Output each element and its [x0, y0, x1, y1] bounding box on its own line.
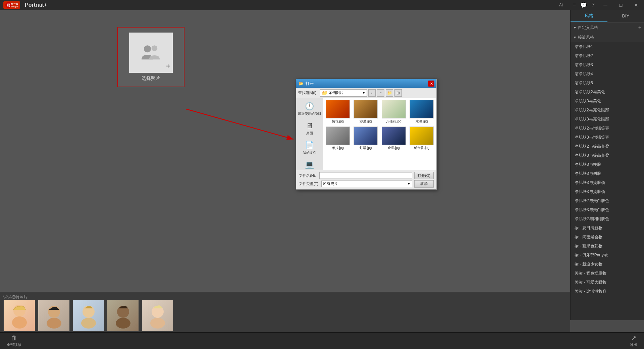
- image-item-6[interactable]: 企鹅.jpg: [381, 127, 407, 150]
- maximize-button[interactable]: □: [613, 0, 629, 10]
- hamburger-icon[interactable]: ≡: [570, 0, 579, 10]
- svg-point-9: [12, 316, 27, 329]
- style-item-21[interactable]: 妆 - 闺密聚会妆: [571, 233, 644, 242]
- view-button[interactable]: ⊞: [394, 89, 402, 97]
- portrait-arrow: ▼: [573, 36, 577, 39]
- photo-placeholder: +: [129, 33, 173, 73]
- logo-area: 易 软件园 www.pc0359.cn Portrait+: [3, 1, 47, 9]
- image-label-1: 沙漠.jpg: [360, 119, 372, 124]
- style-item-8[interactable]: 净肌肤3与亮化眼部: [571, 115, 644, 124]
- image-item-1[interactable]: 沙漠.jpg: [353, 100, 379, 124]
- sample-photos-label: 试试模特照片: [3, 294, 28, 300]
- custom-style-header[interactable]: ▼ 自定义风格 +: [571, 22, 644, 33]
- arrow-indicator: [0, 10, 570, 320]
- style-item-4[interactable]: 洁净肌肤5: [571, 79, 644, 88]
- image-item-7[interactable]: 郁金香.jpg: [409, 127, 435, 150]
- image-label-2: 八仙花.jpg: [386, 119, 401, 124]
- title-bar: 易 软件园 www.pc0359.cn Portrait+ At ≡ 💬 ? ─…: [0, 0, 644, 10]
- sample-photo-4[interactable]: [107, 300, 139, 332]
- canvas-area: + 选择照片: [0, 10, 570, 320]
- style-item-19[interactable]: 净肌肤2与阳刚肤色: [571, 214, 644, 223]
- image-item-5[interactable]: 灯塔.jpg: [353, 127, 379, 150]
- style-item-2[interactable]: 洁净肌肤3: [571, 60, 644, 69]
- select-photo-label: 选择照片: [142, 76, 160, 82]
- style-item-6[interactable]: 净肌肤3与美化: [571, 97, 644, 106]
- style-item-11[interactable]: 净肌肤2与提高鼻梁: [571, 142, 644, 151]
- style-item-13[interactable]: 净肌肤3与瘦脸: [571, 160, 644, 169]
- style-item-16[interactable]: 净肌肤3与提脸颈: [571, 187, 644, 196]
- delete-all-button[interactable]: 🗑 全部移除: [7, 335, 21, 347]
- add-style-button[interactable]: +: [638, 24, 641, 31]
- sidebar-item-3[interactable]: 💻计算机: [296, 158, 323, 170]
- chat-icon[interactable]: 💬: [579, 0, 588, 10]
- trash-icon: 🗑: [11, 335, 17, 342]
- style-item-27[interactable]: 美妆 - 冰淇淋妆容: [571, 287, 644, 296]
- export-button[interactable]: ↗ 导出: [630, 334, 637, 347]
- style-item-0[interactable]: 洁净肌肤1: [571, 42, 644, 51]
- sidebar-label-0: 最近使用的项目: [298, 111, 321, 116]
- style-item-26[interactable]: 美妆 - 可爱大眼妆: [571, 278, 644, 287]
- sample-photo-5[interactable]: [142, 300, 173, 332]
- portrait-style-label: 接诊风格: [578, 35, 594, 40]
- filetype-row: 文件类型(T): 所有照片 ▼ 取消: [299, 180, 434, 188]
- style-item-18[interactable]: 净肌肤3与美白肤色: [571, 205, 644, 214]
- image-grid: 菊花.jpg 沙漠.jpg 八仙花.jpg 水母.jpg 考拉.jpg 灯塔.j…: [325, 100, 434, 150]
- minimize-button[interactable]: ─: [598, 0, 613, 10]
- sidebar-item-0[interactable]: 🕐最近使用的项目: [296, 99, 323, 119]
- svg-text:软件园: 软件园: [11, 2, 18, 5]
- image-item-2[interactable]: 八仙花.jpg: [381, 100, 407, 124]
- image-item-0[interactable]: 菊花.jpg: [325, 100, 351, 124]
- style-item-9[interactable]: 净肌肤2与增强笑容: [571, 124, 644, 133]
- filetype-label: 文件类型(T):: [299, 181, 319, 186]
- app-name: Portrait+: [25, 2, 47, 8]
- style-item-10[interactable]: 净肌肤3与增强笑容: [571, 133, 644, 142]
- svg-point-17: [150, 318, 165, 329]
- image-thumb-7: [410, 127, 434, 145]
- filetype-value: 所有照片: [323, 181, 407, 186]
- style-item-23[interactable]: 妆 - 俱乐部Party妆: [571, 251, 644, 260]
- style-item-1[interactable]: 洁净肌肤2: [571, 51, 644, 60]
- help-icon[interactable]: ?: [588, 0, 598, 10]
- dialog-close-button[interactable]: ✕: [428, 81, 434, 87]
- image-item-4[interactable]: 考拉.jpg: [325, 127, 351, 150]
- sample-photo-2[interactable]: [38, 300, 70, 332]
- filetype-select[interactable]: 所有照片 ▼: [321, 181, 412, 187]
- sample-photo-3[interactable]: [72, 300, 104, 332]
- dialog-content: 菊花.jpg 沙漠.jpg 八仙花.jpg 水母.jpg 考拉.jpg 灯塔.j…: [323, 98, 436, 170]
- filename-input[interactable]: [319, 172, 412, 179]
- sample-photo-1[interactable]: [3, 300, 35, 332]
- style-item-7[interactable]: 净肌肤2与亮化眼部: [571, 106, 644, 115]
- style-item-5[interactable]: 洁净肌肤2与美化: [571, 88, 644, 97]
- image-item-3[interactable]: 水母.jpg: [409, 100, 435, 124]
- portrait-style-header[interactable]: ▼ 接诊风格: [571, 33, 644, 42]
- style-item-25[interactable]: 美妆 - 程色烟重妆: [571, 269, 644, 278]
- tab-diy[interactable]: DIY: [607, 10, 644, 22]
- open-button[interactable]: 打开(O): [414, 172, 434, 179]
- cancel-button[interactable]: 取消: [414, 180, 434, 188]
- footer: 🗑 全部移除 ↗ 导出: [0, 332, 644, 349]
- location-select[interactable]: 📁 示例图片 ▼: [320, 89, 367, 97]
- sidebar-icon-0: 🕐: [305, 102, 314, 111]
- style-item-24[interactable]: 妆 - 新逆少女妆: [571, 260, 644, 269]
- filename-row: 文件名(N): 打开(O): [299, 172, 434, 179]
- location-label: 查找范围(I):: [298, 90, 317, 95]
- close-button[interactable]: ✕: [629, 0, 644, 10]
- dialog-body: 🕐最近使用的项目🖥桌面📄我的文档💻计算机☁WPS云文档 菊花.jpg 沙漠.jp…: [296, 98, 436, 170]
- style-item-3[interactable]: 洁净肌肤4: [571, 69, 644, 79]
- tab-style[interactable]: 风格: [571, 10, 607, 22]
- sidebar-item-1[interactable]: 🖥桌面: [296, 119, 323, 138]
- image-label-5: 灯塔.jpg: [360, 146, 372, 150]
- new-folder-button[interactable]: 📁: [386, 89, 393, 97]
- up-button[interactable]: ↑: [377, 89, 384, 97]
- back-button[interactable]: ←: [368, 89, 376, 97]
- style-item-12[interactable]: 净肌肤3与提高鼻梁: [571, 151, 644, 160]
- sample-photos-strip: [3, 300, 173, 332]
- style-item-15[interactable]: 净肌肤3与提脸颈: [571, 178, 644, 187]
- photo-select-box[interactable]: + 选择照片: [117, 27, 184, 87]
- style-item-14[interactable]: 净肌肤3与侧脸: [571, 169, 644, 178]
- file-open-dialog: 📂 打开 ✕ 查找范围(I): 📁 示例图片 ▼ ← ↑ 📁 ⊞ 🕐最近使用的项…: [296, 79, 437, 190]
- sidebar-item-2[interactable]: 📄我的文档: [296, 138, 323, 158]
- style-item-20[interactable]: 妆 - 夏日清新妆: [571, 223, 644, 233]
- style-item-22[interactable]: 妆 - 蘋果色彩妆: [571, 242, 644, 251]
- style-item-17[interactable]: 净肌肤2与美白肤色: [571, 196, 644, 205]
